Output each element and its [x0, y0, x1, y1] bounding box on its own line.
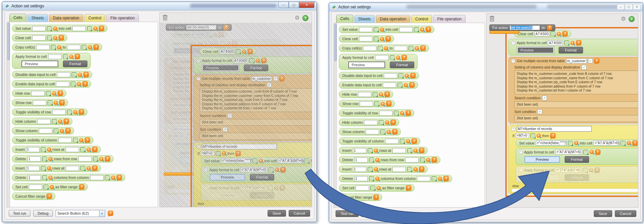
formula-help-icon[interactable]: ?	[58, 119, 62, 124]
value-input[interactable]	[384, 73, 397, 78]
help-icon[interactable]: ?	[594, 58, 599, 64]
formula-help-icon[interactable]: ?	[256, 59, 260, 63]
edit-check-icon[interactable]: ✓	[223, 127, 227, 132]
cell-picker-icon[interactable]	[41, 166, 46, 171]
close-button[interactable]: ✕	[633, 4, 641, 10]
action-item-insert-rows-2[interactable]: Insert1?rows at??	[12, 164, 101, 172]
help-icon[interactable]: ?	[58, 91, 63, 96]
formula-help-icon[interactable]: ?	[384, 46, 388, 50]
action-item-delete-rows[interactable]: Delete1?rows from row??	[339, 156, 440, 163]
right-titlebar[interactable]: Action set settings — ▢ ✕	[329, 3, 643, 11]
formula-help-icon[interactable]: ?	[589, 168, 593, 172]
help-icon[interactable]: ?	[75, 54, 80, 59]
formula-help-icon[interactable]: ?	[574, 141, 578, 145]
value-input[interactable]	[56, 82, 69, 87]
formula-help-icon[interactable]: ?	[50, 185, 54, 189]
settings-gear-icon[interactable]: ⚙	[295, 15, 300, 21]
formula-help-icon[interactable]: ?	[396, 55, 400, 60]
value-input[interactable]: 1	[26, 147, 40, 152]
block-clear-cell[interactable]: Clear cell A7:K500 ? ?	[200, 48, 256, 55]
action-item-toggle-visibility-column[interactable]: Toggle visibility of column??	[339, 137, 420, 145]
value-input[interactable]	[358, 92, 371, 97]
formula-help-icon[interactable]: ?	[413, 167, 418, 172]
value-input[interactable]	[359, 27, 372, 32]
cell-picker-icon[interactable]	[583, 168, 587, 173]
cell-picker-icon[interactable]	[399, 73, 403, 78]
formula-help-icon[interactable]: ?	[77, 82, 81, 86]
block-set-value[interactable]: Set value ="=check(false,"""")" ? into c…	[516, 139, 638, 147]
action-item-delete-columns[interactable]: Delete1?columns from column??	[339, 175, 452, 182]
formula-help-icon[interactable]: ?	[48, 157, 53, 161]
block-condition[interactable]: − M7=Number of records If =M7>0 ? then ?…	[508, 125, 638, 194]
value-input[interactable]: 1	[27, 175, 41, 180]
collapse-icon[interactable]: −	[196, 77, 201, 81]
value-input[interactable]: 1	[354, 157, 368, 162]
cell-picker-icon[interactable]	[407, 148, 412, 153]
value-input[interactable]	[57, 72, 70, 77]
value-input[interactable]	[48, 54, 62, 59]
formula-help-icon[interactable]: ?	[52, 91, 56, 96]
formula-help-icon[interactable]: ?	[380, 27, 384, 32]
action-item-apply-format[interactable]: Apply format to cell??PreviewFormat	[12, 53, 91, 69]
cancel-button[interactable]: Cancel	[289, 210, 310, 217]
value-input[interactable]	[72, 26, 86, 31]
help-icon[interactable]: ?	[390, 120, 396, 125]
help-icon[interactable]: ?	[280, 185, 285, 191]
formula-help-icon[interactable]: ?	[111, 176, 115, 180]
help-icon[interactable]: ?	[65, 128, 71, 133]
formula-help-icon[interactable]: ?	[47, 147, 51, 152]
condition-input[interactable]: =M7>0	[516, 133, 529, 138]
help-icon[interactable]: ?	[419, 148, 424, 153]
cell-picker-icon[interactable]	[390, 55, 395, 60]
cell-picker-icon[interactable]	[216, 151, 220, 156]
cell-picker-icon[interactable]	[46, 91, 51, 96]
save-button[interactable]: Save	[594, 210, 612, 217]
collapse-icon[interactable]: −	[196, 59, 201, 63]
settings-gear-icon[interactable]: ⚙	[621, 16, 626, 22]
cell-picker-icon[interactable]	[47, 26, 52, 31]
help-icon[interactable]: ?	[392, 129, 398, 134]
formula-help-icon[interactable]: ?	[53, 26, 57, 31]
for-action-bar[interactable]: For action set (re-search) do ?	[166, 24, 232, 31]
help-icon[interactable]: ?	[412, 138, 417, 144]
action-item-disable-data-input[interactable]: Disable data input to cell??	[12, 71, 92, 78]
collapse-icon[interactable]: −	[511, 59, 515, 63]
scrollbar-thumb[interactable]	[334, 24, 337, 61]
cell-picker-icon[interactable]	[568, 141, 573, 145]
help-icon[interactable]: ?	[92, 147, 97, 152]
cell-picker-icon[interactable]	[564, 40, 569, 45]
action-item-set-filter-range[interactable]: Set cell?as filter range?	[339, 184, 415, 192]
formula-help-icon[interactable]: ?	[536, 133, 541, 138]
block-apply-format-1[interactable]: − Apply format to cell A7:K500 ? ? Previ…	[508, 39, 638, 55]
action-set-name-input[interactable]: set (re-search)	[186, 25, 216, 30]
cell-range-input[interactable]: A7:K500	[191, 32, 205, 37]
cell-range-input[interactable]: ="J7:K"&(M7+6)	[555, 167, 581, 173]
left-titlebar[interactable]: Action set settings — ▢ ✕	[2, 2, 316, 10]
value-input[interactable]: 1	[353, 148, 366, 153]
value-input[interactable]	[364, 120, 377, 125]
help-icon[interactable]: ?	[632, 140, 638, 146]
cell-picker-icon[interactable]	[374, 36, 378, 41]
value-input[interactable]	[58, 138, 72, 143]
help-icon[interactable]: ?	[247, 49, 253, 54]
cell-picker-icon[interactable]	[414, 27, 419, 32]
value-input[interactable]	[392, 148, 406, 153]
cell-picker-icon[interactable]	[44, 185, 48, 189]
formula-help-icon[interactable]: ?	[386, 130, 391, 134]
value-input[interactable]	[36, 45, 50, 50]
workspace-canvas[interactable]: Clear cell A7:K500 ? ? − Apply format to…	[487, 24, 638, 207]
action-item-delete-rows[interactable]: Delete1?rows from row??	[12, 155, 114, 162]
edit-check-icon[interactable]: ✓	[267, 83, 272, 87]
scrollbar[interactable]	[334, 23, 337, 207]
formula-help-icon[interactable]: ?	[88, 45, 92, 49]
formula-help-icon[interactable]: ?	[438, 177, 442, 181]
condition-input[interactable]: =M7>0	[172, 134, 185, 139]
cell-range-input[interactable]: A7:K500	[534, 31, 549, 36]
cell-picker-icon[interactable]	[82, 45, 86, 49]
action-item-show-row[interactable]: Show row??	[339, 100, 395, 107]
collapse-icon[interactable]: −	[511, 127, 515, 131]
collapse-icon[interactable]: −	[518, 150, 523, 154]
cell-picker-icon[interactable]	[207, 32, 211, 37]
cell-picker-icon[interactable]	[67, 110, 72, 114]
cell-picker-icon[interactable]	[42, 156, 47, 161]
